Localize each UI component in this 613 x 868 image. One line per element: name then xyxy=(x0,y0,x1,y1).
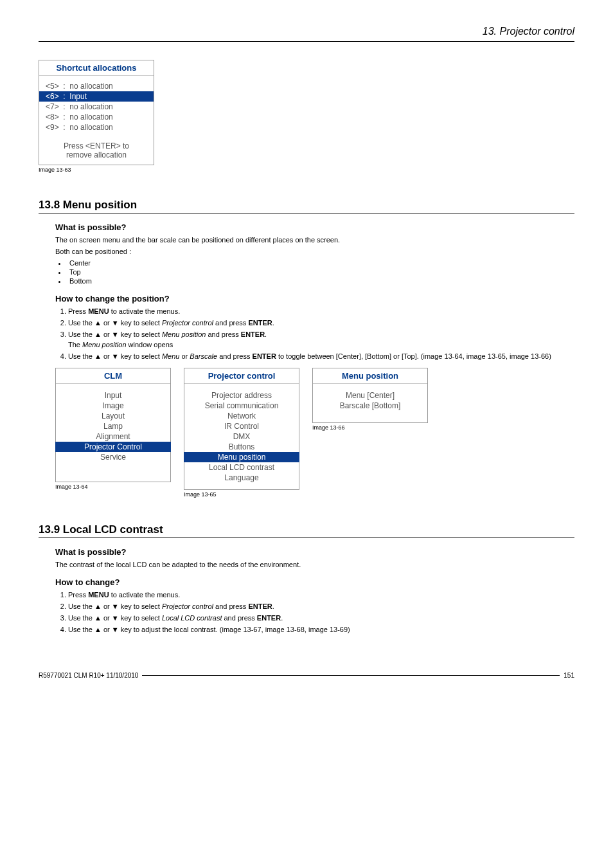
t: Projector control xyxy=(162,319,213,327)
t: or xyxy=(179,352,190,360)
sec139-step2: Use the ▲ or ▼ key to select Projector c… xyxy=(68,602,574,610)
t: Menu xyxy=(162,352,180,360)
t: and press xyxy=(222,614,256,622)
sec139-sub2: How to change? xyxy=(55,577,574,587)
sec138-step2: Use the ▲ or ▼ key to select Projector c… xyxy=(68,319,574,327)
sec138-sub1: What is possible? xyxy=(55,222,574,232)
sec138-b3: Bottom xyxy=(67,277,574,285)
projector-control-title: Projector control xyxy=(184,368,299,384)
shortcut-footer-1: Press <ENTER> to xyxy=(46,141,147,150)
sec138-step1: Press MENU to activate the menus. xyxy=(68,307,574,315)
shortcut-allocations-box: Shortcut allocations <5> : no allocation… xyxy=(39,60,154,165)
sec139-step4: Use the ▲ or ▼ key to adjust the local c… xyxy=(68,626,574,633)
menu-position-box: Menu position Menu [Center] Barscale [Bo… xyxy=(312,368,428,423)
footer-left: R59770021 CLM R10+ 11/10/2010 xyxy=(39,672,138,679)
t: . xyxy=(265,330,267,338)
t: to activate the menus. xyxy=(109,591,181,599)
shortcut-footer-2: remove allocation xyxy=(46,150,147,159)
clm-menu-box: CLM Input Image Layout Lamp Alignment Pr… xyxy=(55,368,171,482)
sec138-step3: Use the ▲ or ▼ key to select Menu positi… xyxy=(68,330,574,348)
t: MENU xyxy=(88,591,109,599)
t: ENTER xyxy=(248,319,272,327)
mp-item: Menu [Center] xyxy=(313,390,427,401)
pc-item: Language xyxy=(184,473,299,483)
t: and press xyxy=(213,602,248,610)
pc-item: Serial communication xyxy=(184,401,299,411)
clm-item: Service xyxy=(56,452,170,462)
t: ENTER xyxy=(248,602,272,610)
t: Local LCD contrast xyxy=(162,614,222,622)
t: window opens xyxy=(127,341,173,348)
sec139-step3: Use the ▲ or ▼ key to select Local LCD c… xyxy=(68,614,574,622)
t: Use the ▲ or ▼ key to select xyxy=(68,614,162,622)
shortcut-row-6-selected: <6> : Input xyxy=(39,91,154,102)
image-13-63-caption: Image 13-63 xyxy=(39,167,574,173)
sec138-p1: The on screen menu and the bar scale can… xyxy=(55,236,574,244)
projector-control-menu-box: Projector control Projector address Seri… xyxy=(184,368,299,490)
shortcut-row-5: <5> : no allocation xyxy=(46,81,147,91)
t: . xyxy=(281,614,283,622)
shortcut-row-8: <8> : no allocation xyxy=(46,112,147,122)
t: ENTER xyxy=(253,352,276,360)
shortcut-row-7: <7> : no allocation xyxy=(46,102,147,112)
footer-line xyxy=(142,675,560,676)
clm-item: Layout xyxy=(56,411,170,421)
sec138-b2: Top xyxy=(67,268,574,276)
clm-item: Alignment xyxy=(56,431,170,442)
sec139-p1: The contrast of the local LCD can be ada… xyxy=(55,561,574,568)
t: Projector control xyxy=(162,602,213,610)
image-13-66-caption: Image 13-66 xyxy=(312,424,428,431)
t: to toggle between [Center], [Bottom] or … xyxy=(276,352,551,360)
t: and press xyxy=(213,319,248,327)
clm-item: Image xyxy=(56,401,170,411)
sec138-b1: Center xyxy=(67,259,574,267)
pc-item: DMX xyxy=(184,431,299,442)
clm-item-selected: Projector Control xyxy=(55,442,171,452)
t: Press xyxy=(68,591,88,599)
t: Use the ▲ or ▼ key to select xyxy=(68,352,162,360)
t: ENTER xyxy=(241,330,265,338)
t: Press xyxy=(68,307,88,315)
t: to activate the menus. xyxy=(109,307,181,315)
pc-item-selected: Menu position xyxy=(184,452,299,462)
clm-item: Input xyxy=(56,390,170,401)
menu-position-title: Menu position xyxy=(313,368,427,384)
pc-item: Local LCD contrast xyxy=(184,462,299,473)
clm-item: Lamp xyxy=(56,421,170,431)
t: Use the ▲ or ▼ key to select xyxy=(68,319,162,327)
pc-item: Network xyxy=(184,411,299,421)
sec138-step4: Use the ▲ or ▼ key to select Menu or Bar… xyxy=(68,352,574,360)
sec139-step1: Press MENU to activate the menus. xyxy=(68,591,574,599)
section-13-8-title: 13.8 Menu position xyxy=(39,199,574,213)
sec139-sub1: What is possible? xyxy=(55,547,574,557)
section-13-9-title: 13.9 Local LCD contrast xyxy=(39,523,574,538)
t: Use the ▲ or ▼ key to select xyxy=(68,330,162,338)
t: Use the ▲ or ▼ key to select xyxy=(68,602,162,610)
t: ENTER xyxy=(257,614,281,622)
shortcut-row-9: <9> : no allocation xyxy=(46,122,147,132)
chapter-header: 13. Projector control xyxy=(39,26,574,42)
t: and press xyxy=(217,352,252,360)
mp-item: Barscale [Bottom] xyxy=(313,401,427,411)
pc-item: Projector address xyxy=(184,390,299,401)
pc-item: Buttons xyxy=(184,442,299,452)
t: MENU xyxy=(88,307,109,315)
t: Menu position xyxy=(82,341,127,348)
image-13-64-caption: Image 13-64 xyxy=(55,484,171,490)
shortcut-allocations-title: Shortcut allocations xyxy=(39,60,154,76)
t: The xyxy=(68,341,82,348)
t: Barscale xyxy=(190,352,217,360)
t: . xyxy=(272,602,274,610)
t: Menu position xyxy=(162,330,206,338)
image-13-65-caption: Image 13-65 xyxy=(184,491,299,498)
pc-item: IR Control xyxy=(184,421,299,431)
sec138-p2: Both can be positioned : xyxy=(55,248,574,255)
t: and press xyxy=(206,330,240,338)
clm-title: CLM xyxy=(56,368,170,384)
sec138-sub2: How to change the position? xyxy=(55,294,574,303)
t: . xyxy=(272,319,274,327)
footer-page-number: 151 xyxy=(564,672,574,679)
